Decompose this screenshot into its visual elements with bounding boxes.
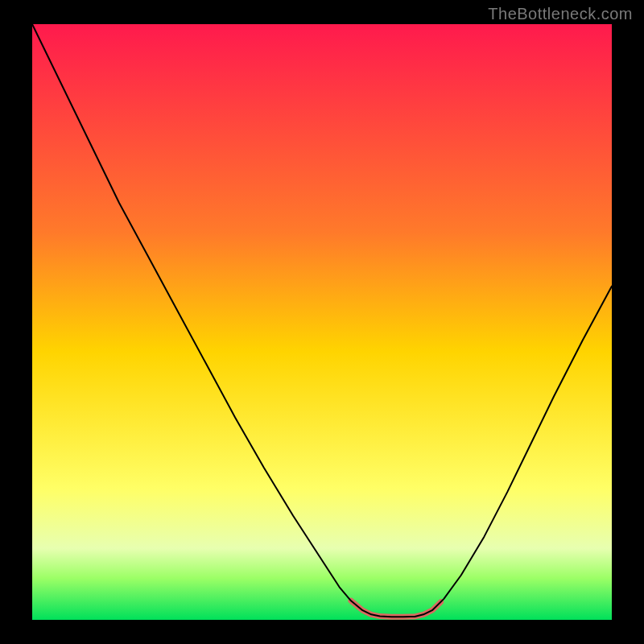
chart-frame: TheBottleneck.com xyxy=(0,0,644,644)
bottleneck-chart xyxy=(0,0,644,644)
plot-background xyxy=(32,24,612,620)
